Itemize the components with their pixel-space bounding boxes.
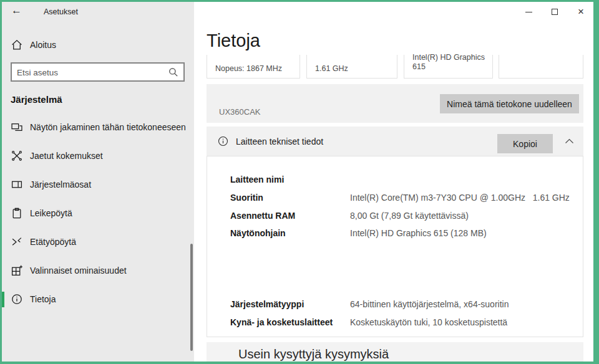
- system-components-icon: [11, 179, 22, 190]
- rename-device-row: UX360CAK Nimeä tämä tietokone uudelleen: [207, 84, 583, 123]
- spec-label: Suoritin: [230, 193, 263, 203]
- close-icon: ×: [578, 6, 584, 17]
- projecting-screen-icon: [11, 122, 22, 133]
- spec-row-processor: Suoritin Intel(R) Core(TM) m3-7Y30 CPU @…: [207, 193, 583, 205]
- rename-pc-button[interactable]: Nimeä tämä tietokone uudelleen: [440, 94, 579, 113]
- spec-card-text: 1.61 GHz: [315, 64, 348, 74]
- minimize-icon: [525, 12, 532, 12]
- sidebar-item-label: Tietoja: [30, 294, 56, 304]
- faq-title: Usein kysyttyjä kysymyksiä: [238, 347, 389, 362]
- page-title: Tietoja: [207, 31, 260, 51]
- spec-row-device-name: Laitteen nimi: [207, 175, 583, 187]
- spec-card-speed: Nopeus: 1867 MHz: [207, 55, 300, 79]
- search-box: [11, 62, 185, 82]
- spec-card-empty: [499, 55, 583, 79]
- shared-experiences-icon: [11, 150, 22, 161]
- spec-label: Laitteen nimi: [230, 175, 284, 184]
- sidebar-item-label: Etätyöpöytä: [30, 237, 76, 247]
- device-name: UX360CAK: [219, 107, 260, 117]
- sidebar-item-home-label: Aloitus: [30, 40, 56, 50]
- copy-button[interactable]: Kopioi: [497, 134, 553, 153]
- info-icon: [11, 294, 22, 305]
- optional-features-icon: [11, 265, 22, 276]
- faq-section: Usein kysyttyjä kysymyksiä: [207, 342, 583, 362]
- spec-value: Intel(R) Core(TM) m3-7Y30 CPU @ 1.00GHz …: [350, 193, 570, 203]
- sidebar-item-label: Näytön jakaminen tähän tietokoneeseen: [30, 122, 186, 132]
- spec-value: 64-bittinen käyttöjärjestelmä, x64-suori…: [350, 299, 509, 309]
- spec-card-graphics: Intel(R) HD Graphics 615: [404, 55, 493, 79]
- device-specs-header[interactable]: Laitteen tekniset tiedot Kopioi: [207, 127, 583, 156]
- spec-value: Kosketuskäytön tuki, 10 kosketuspistettä: [350, 317, 507, 327]
- sidebar-item-home[interactable]: Aloitus: [2, 36, 194, 55]
- settings-window: ← Asetukset Aloitus Järjestelmä: [2, 2, 593, 362]
- selected-item-accent: [2, 292, 4, 307]
- remote-desktop-icon: [11, 236, 22, 247]
- sidebar: ← Asetukset Aloitus Järjestelmä: [2, 2, 194, 362]
- spec-label: Kynä- ja kosketuslaitteet: [230, 317, 333, 327]
- sidebar-item-remote-desktop[interactable]: Etätyöpöytä: [2, 228, 194, 256]
- chevron-up-icon[interactable]: [565, 138, 574, 144]
- sidebar-item-projecting[interactable]: Näytön jakaminen tähän tietokoneeseen: [2, 113, 194, 141]
- sidebar-item-optional-features[interactable]: Valinnaiset ominaisuudet: [2, 256, 194, 285]
- home-icon: [11, 39, 22, 50]
- clipboard-icon: [11, 208, 22, 219]
- spec-row-ram: Asennettu RAM 8,00 Gt (7,89 Gt käytettäv…: [207, 211, 583, 223]
- spec-label: Näytönohjain: [230, 228, 286, 238]
- spec-card-ghz: 1.61 GHz: [306, 55, 397, 79]
- spec-row-pen-touch: Kynä- ja kosketuslaitteet Kosketuskäytön…: [207, 317, 583, 330]
- sidebar-item-label: Jaetut kokemukset: [30, 151, 103, 161]
- minimize-button[interactable]: [516, 2, 541, 22]
- spec-card-text: Intel(R) HD Graphics 615: [412, 53, 485, 72]
- device-specs-title: Laitteen tekniset tiedot: [236, 136, 323, 146]
- sidebar-item-system-components[interactable]: Järjestelmäosat: [2, 170, 194, 199]
- sidebar-item-label: Järjestelmäosat: [30, 180, 91, 189]
- sidebar-scrollbar[interactable]: [190, 244, 193, 351]
- spec-card-text: Nopeus: 1867 MHz: [215, 64, 282, 74]
- spec-value: 8,00 Gt (7,89 Gt käytettävissä): [350, 211, 469, 221]
- sidebar-item-about[interactable]: Tietoja: [2, 285, 194, 314]
- close-button[interactable]: ×: [568, 2, 593, 22]
- spec-value: Intel(R) HD Graphics 615 (128 MB): [350, 228, 487, 238]
- sidebar-item-shared-experiences[interactable]: Jaetut kokemukset: [2, 141, 194, 170]
- spec-label: Järjestelmätyyppi: [230, 299, 304, 309]
- maximize-icon: [552, 9, 558, 15]
- maximize-button[interactable]: [542, 2, 567, 22]
- search-input[interactable]: [17, 65, 167, 80]
- info-icon: [218, 136, 228, 146]
- search-icon[interactable]: [168, 67, 178, 77]
- sidebar-item-clipboard[interactable]: Leikepöytä: [2, 199, 194, 228]
- spec-row-graphics: Näytönohjain Intel(R) HD Graphics 615 (1…: [207, 228, 583, 241]
- device-specs-body: Laitteen nimi Suoritin Intel(R) Core(TM)…: [207, 156, 583, 337]
- app-title: Asetukset: [44, 7, 78, 16]
- spec-row-system-type: Järjestelmätyyppi 64-bittinen käyttöjärj…: [207, 299, 583, 312]
- back-button[interactable]: ←: [11, 4, 22, 17]
- spec-label: Asennettu RAM: [230, 211, 295, 221]
- sidebar-section-header: Järjestelmä: [11, 94, 62, 105]
- sidebar-item-label: Leikepöytä: [30, 208, 72, 218]
- sidebar-item-label: Valinnaiset ominaisuudet: [30, 266, 127, 275]
